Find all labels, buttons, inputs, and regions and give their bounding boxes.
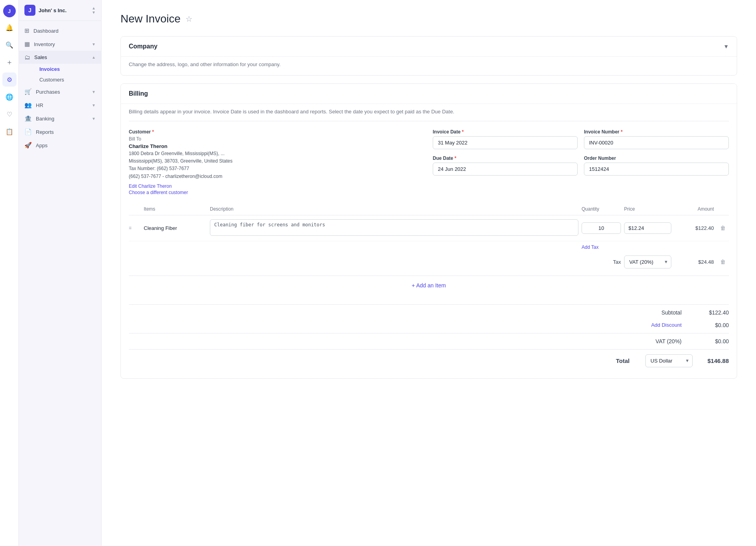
sidebar-item-dashboard[interactable]: ⊞ Dashboard (19, 24, 101, 37)
sidebar-item-reports[interactable]: 📄 Reports (19, 125, 101, 139)
search-icon[interactable]: 🔍 (2, 38, 17, 52)
chevron-down-icon: ▼ (92, 42, 96, 46)
currency-selector-wrapper: US Dollar Euro GBP ▼ (645, 354, 693, 367)
sidebar-header: J John' s Inc. ▲▼ (19, 0, 101, 21)
sidebar-item-inventory[interactable]: ▦ Inventory ▼ (19, 37, 101, 51)
favorite-star-icon[interactable]: ☆ (185, 14, 193, 24)
date-number-row: Invoice Date * Invoice Number * (433, 129, 729, 149)
item-price-input[interactable] (624, 222, 671, 234)
discount-row: Add Discount $0.00 (129, 319, 729, 331)
required-indicator: * (152, 129, 154, 135)
change-customer-link[interactable]: Choose a different customer (129, 190, 425, 195)
add-tax-link[interactable]: Add Tax (582, 244, 621, 250)
customer-links: Edit Charlize Theron Choose a different … (129, 183, 425, 195)
sidebar-item-label: Purchases (36, 89, 60, 95)
customers-label: Customers (39, 77, 64, 83)
customer-name: Charlize Theron (129, 143, 425, 149)
company-switcher-arrows[interactable]: ▲▼ (92, 6, 96, 15)
company-section-chevron: ▼ (723, 43, 729, 50)
apps-icon: 🚀 (24, 142, 32, 149)
company-section: Company ▼ Change the address, logo, and … (120, 36, 737, 76)
invoice-number-label: Invoice Number * (584, 129, 729, 135)
total-row: Total US Dollar Euro GBP ▼ $146.88 (129, 351, 729, 370)
item-description-input[interactable]: Cleaning fiber for screens and monitors (210, 219, 578, 236)
total-label: Total (582, 357, 630, 364)
tax-label: Tax (582, 259, 621, 265)
bell-icon[interactable]: 🔔 (2, 20, 17, 35)
company-name: John' s Inc. (39, 7, 67, 13)
purchases-icon: 🛒 (24, 88, 32, 95)
billing-section: Billing Billing details appear in your i… (120, 83, 737, 379)
sidebar: J John' s Inc. ▲▼ ⊞ Dashboard ▦ Inventor… (19, 0, 102, 546)
chevron-down-icon: ▼ (92, 90, 96, 94)
sidebar-item-apps[interactable]: 🚀 Apps (19, 139, 101, 152)
company-section-title: Company (129, 43, 158, 50)
currency-select[interactable]: US Dollar Euro GBP (645, 354, 693, 367)
plus-icon[interactable]: ＋ (2, 55, 17, 69)
sidebar-item-label: HR (36, 102, 43, 108)
tax-row: Tax VAT (20%) VAT (10%) No Tax ▼ $24.48 … (129, 252, 729, 272)
item-description-cell: Cleaning fiber for screens and monitors (210, 219, 578, 237)
delete-tax-icon[interactable]: 🗑 (717, 259, 729, 265)
add-item-row: + Add an Item (129, 276, 729, 295)
sidebar-item-invoices[interactable]: Invoices (34, 64, 101, 74)
sidebar-item-sales[interactable]: 🗂 Sales ▲ (19, 51, 101, 64)
item-quantity-cell (582, 222, 621, 234)
sidebar-item-purchases[interactable]: 🛒 Purchases ▼ (19, 85, 101, 98)
company-section-header[interactable]: Company ▼ (121, 37, 737, 56)
chevron-down-icon: ▼ (92, 117, 96, 121)
billing-grid: Customer * Bill To Charlize Theron 1800 … (129, 129, 729, 195)
due-order-row: Due Date * Order Number (433, 155, 729, 176)
heart-icon[interactable]: ♡ (2, 107, 17, 121)
avatar[interactable]: J (3, 5, 16, 17)
items-table-header: Items Description Quantity Price Amount (129, 203, 729, 215)
add-item-button[interactable]: + Add an Item (412, 282, 446, 289)
edit-customer-link[interactable]: Edit Charlize Theron (129, 183, 425, 189)
due-date-input[interactable] (433, 163, 578, 176)
drag-handle-icon[interactable]: ≡ (129, 225, 141, 231)
dashboard-icon: ⊞ (24, 27, 30, 34)
totals-section: Subtotal $122.40 Add Discount $0.00 VAT … (129, 295, 729, 370)
sidebar-item-label: Banking (36, 116, 54, 122)
banking-icon: 🏦 (24, 115, 32, 122)
inventory-icon: ▦ (24, 41, 30, 48)
company-logo: J (24, 5, 35, 16)
add-discount-link[interactable]: Add Discount (651, 322, 682, 328)
col-items: Items (144, 206, 207, 212)
company-section-subtitle: Change the address, logo, and other info… (129, 57, 729, 67)
item-price-cell (624, 222, 671, 234)
vat-label: VAT (20%) (634, 338, 682, 344)
invoice-number-input[interactable] (584, 136, 729, 149)
sidebar-item-label: Reports (36, 129, 54, 135)
file-icon[interactable]: 📋 (2, 124, 17, 139)
main-content: New Invoice ☆ Company ▼ Change the addre… (102, 0, 756, 546)
table-row: ≡ Cleaning Fiber Cleaning fiber for scre… (129, 215, 729, 241)
order-number-field: Order Number (584, 155, 729, 176)
sidebar-item-customers[interactable]: Customers (34, 74, 101, 85)
sidebar-nav: ⊞ Dashboard ▦ Inventory ▼ 🗂 Sales ▲ Invo… (19, 21, 101, 546)
page-title: New Invoice (120, 13, 181, 25)
invoice-date-input[interactable] (433, 136, 578, 149)
company-selector[interactable]: J John' s Inc. (24, 5, 67, 16)
gear-icon[interactable]: ⚙ (2, 72, 17, 87)
item-quantity-input[interactable] (582, 222, 621, 234)
globe-icon[interactable]: 🌐 (2, 90, 17, 104)
item-amount: $122.40 (674, 225, 714, 231)
invoice-date-field: Invoice Date * (433, 129, 578, 149)
sidebar-item-hr[interactable]: 👥 HR ▼ (19, 98, 101, 112)
vat-row: VAT (20%) $0.00 (129, 335, 729, 348)
billing-section-subtitle: Billing details appear in your invoice. … (129, 104, 729, 115)
subtotal-row: Subtotal $122.40 (129, 306, 729, 319)
order-number-input[interactable] (584, 163, 729, 176)
sidebar-item-label: Sales (34, 54, 47, 60)
delete-item-icon[interactable]: 🗑 (717, 225, 729, 231)
due-date-label: Due Date * (433, 155, 578, 161)
sidebar-item-label: Apps (36, 143, 48, 148)
billing-section-header: Billing (121, 84, 737, 104)
invoice-date-label: Invoice Date * (433, 129, 578, 135)
sidebar-item-banking[interactable]: 🏦 Banking ▼ (19, 112, 101, 125)
customer-address: 1800 Debra Dr Greenville, Mississippi(MS… (129, 150, 425, 180)
bill-to-label: Bill To (129, 136, 425, 142)
invoice-number-field: Invoice Number * (584, 129, 729, 149)
tax-select[interactable]: VAT (20%) VAT (10%) No Tax (624, 255, 671, 268)
